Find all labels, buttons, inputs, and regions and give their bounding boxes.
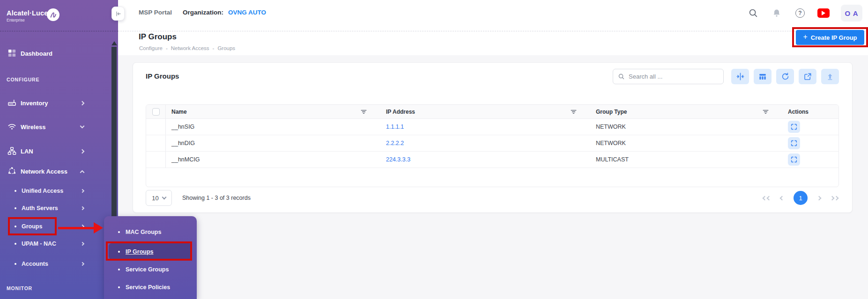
sidebar-item-dashboard[interactable]: Dashboard	[0, 48, 98, 59]
sidebar-item-network-access[interactable]: Network Access	[0, 166, 98, 177]
organization-value[interactable]: OVNG AUTO	[228, 9, 266, 16]
plus-icon: +	[803, 33, 807, 41]
brand-sub-label: Enterprise	[7, 18, 25, 22]
expand-row-button[interactable]	[788, 153, 800, 166]
inventory-icon	[7, 98, 17, 108]
table-empty-space	[146, 168, 838, 187]
export-button[interactable]	[799, 69, 816, 84]
sidebar-scrollbar-thumb[interactable]	[111, 47, 117, 216]
scrollbar-up-arrow[interactable]	[111, 41, 117, 45]
expand-row-button[interactable]	[788, 137, 800, 149]
collapse-columns-button[interactable]	[731, 69, 749, 84]
bullet-icon	[15, 243, 16, 245]
flyout-item-service-policies[interactable]: Service Policies	[104, 282, 197, 293]
card-toolbar	[613, 69, 839, 84]
column-header-actions: Actions	[782, 105, 838, 118]
section-label-monitor: MONITOR	[7, 285, 32, 291]
breadcrumb-separator: -	[213, 45, 215, 51]
filter-icon[interactable]	[570, 108, 577, 115]
ip-address-link[interactable]: 2.2.2.2	[386, 140, 404, 146]
breadcrumb-groups[interactable]: Groups	[217, 45, 235, 51]
pagination-summary: Showing 1 - 3 of 3 records	[182, 190, 251, 206]
breadcrumb-configure[interactable]: Configure	[139, 45, 163, 51]
chevron-right-icon	[81, 206, 84, 210]
breadcrumb: Configure - Network Access - Groups	[139, 45, 235, 51]
lan-topology-icon	[7, 146, 17, 156]
organization-label: Organization:	[183, 9, 223, 16]
expand-row-button[interactable]	[788, 121, 800, 133]
columns-settings-button[interactable]	[754, 69, 772, 84]
notifications-bell-icon[interactable]	[771, 7, 783, 19]
sidebar-collapse-button[interactable]	[111, 7, 125, 21]
table-header-row: Name IP Address Group Type Actions	[146, 105, 838, 119]
collapse-columns-icon	[736, 72, 745, 81]
last-page-button[interactable]	[831, 197, 838, 200]
next-page-button[interactable]	[817, 197, 821, 200]
ip-groups-table: Name IP Address Group Type Actions __hnS…	[146, 104, 839, 187]
cell-group-type: MULTICAST	[590, 152, 782, 168]
user-avatar[interactable]: O A	[841, 5, 862, 22]
dashboard-icon	[7, 49, 17, 58]
sidebar-item-lan[interactable]: LAN	[0, 146, 98, 157]
brand-mark-icon	[47, 8, 59, 21]
chevron-down-icon	[80, 124, 85, 129]
cell-name: __hnDIG	[166, 135, 380, 151]
breadcrumb-separator: -	[166, 45, 168, 51]
search-input[interactable]	[629, 73, 719, 80]
app-window: MSP Portal Organization: OVNG AUTO ? O A…	[0, 0, 868, 299]
expand-icon	[790, 123, 798, 131]
cell-group-type: NETWORK	[590, 119, 782, 135]
groups-flyout-menu: MAC Groups IP Groups Service Groups Serv…	[104, 216, 197, 299]
annotation-arrow-head-icon	[94, 222, 103, 233]
chevron-right-icon	[80, 101, 85, 105]
create-ip-group-button[interactable]: + Create IP Group	[796, 30, 864, 45]
header-icon-group: ? O A	[747, 4, 862, 22]
refresh-icon	[781, 72, 790, 81]
wifi-icon	[7, 122, 17, 131]
refresh-button[interactable]	[776, 69, 794, 84]
previous-page-button[interactable]	[780, 197, 784, 200]
search-icon[interactable]	[747, 7, 759, 19]
ip-address-link[interactable]: 224.3.3.3	[386, 156, 410, 163]
chevron-up-icon	[80, 170, 85, 175]
bullet-icon	[15, 207, 16, 209]
first-page-button[interactable]	[763, 197, 771, 200]
column-header-ip-address: IP Address	[380, 105, 590, 118]
bullet-icon	[15, 263, 16, 265]
sidebar-subitem-accounts[interactable]: Accounts	[0, 258, 98, 270]
breadcrumb-network-access[interactable]: Network Access	[171, 45, 209, 51]
current-page-button[interactable]: 1	[794, 191, 808, 205]
sidebar-subitem-upam-nac[interactable]: UPAM - NAC	[0, 238, 98, 249]
upload-icon	[826, 73, 834, 81]
help-icon[interactable]: ?	[794, 7, 806, 19]
chevron-down-icon	[162, 195, 166, 199]
flyout-item-service-groups[interactable]: Service Groups	[104, 264, 197, 275]
flyout-item-ip-groups[interactable]: IP Groups	[104, 246, 197, 257]
flyout-item-mac-groups[interactable]: MAC Groups	[104, 226, 197, 238]
sidebar-subitem-groups[interactable]: Groups	[0, 221, 98, 232]
bullet-icon	[118, 251, 120, 253]
youtube-icon[interactable]	[817, 7, 830, 19]
select-all-checkbox[interactable]	[152, 108, 160, 116]
upload-button[interactable]	[821, 69, 839, 84]
sidebar-item-wireless[interactable]: Wireless	[0, 121, 98, 132]
sidebar-subitem-unified-access[interactable]: Unified Access	[0, 185, 98, 197]
bullet-icon	[118, 286, 120, 288]
sidebar-subitem-auth-servers[interactable]: Auth Servers	[0, 203, 98, 214]
page-size-select[interactable]: 10	[146, 190, 172, 206]
column-header-name: Name	[166, 105, 380, 118]
header-divider	[118, 31, 868, 31]
annotation-arrow	[58, 227, 95, 229]
filter-icon[interactable]	[762, 108, 769, 115]
columns-icon	[758, 73, 767, 81]
filter-icon[interactable]	[360, 108, 367, 115]
bullet-icon	[118, 231, 120, 233]
collapse-left-icon	[115, 10, 122, 17]
portal-title: MSP Portal	[139, 9, 172, 16]
table-row: __hnMCIG 224.3.3.3 MULTICAST	[146, 152, 838, 168]
table-row: __hnSIG 1.1.1.1 NETWORK	[146, 119, 838, 135]
ip-address-link[interactable]: 1.1.1.1	[386, 124, 404, 130]
sidebar-item-inventory[interactable]: Inventory	[0, 97, 98, 109]
sidebar-header-divider	[0, 31, 118, 31]
table-row: __hnDIG 2.2.2.2 NETWORK	[146, 135, 838, 152]
